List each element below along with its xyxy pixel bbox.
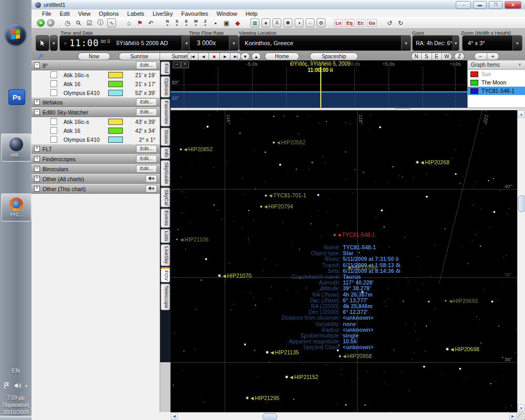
scroll-right-arrow[interactable]: ▶	[509, 413, 517, 420]
pin-toolbar-icon[interactable]	[37, 53, 44, 60]
photoshop-quicklaunch[interactable]: Ps	[8, 89, 25, 105]
zoom-out-button[interactable]: −	[475, 53, 487, 60]
menu-view[interactable]: View	[74, 10, 95, 17]
color-swatch[interactable]	[108, 81, 123, 87]
checkbox[interactable]	[50, 136, 57, 143]
start-button[interactable]	[5, 24, 26, 45]
menu-edit[interactable]: Edit	[56, 10, 74, 17]
expand-icon[interactable]: +	[34, 166, 40, 172]
star-hip21070[interactable]	[218, 275, 220, 277]
fov-group-1[interactable]: +tilefakosEdit...	[32, 97, 160, 107]
altitude-down-button[interactable]: ▾	[240, 52, 250, 60]
edit-button[interactable]: Edit...	[136, 165, 157, 173]
cursor-tool-dropdown[interactable]: ▼	[50, 35, 58, 51]
tab-status[interactable]: Status	[161, 128, 170, 146]
gaze-s-button[interactable]: S	[421, 53, 431, 60]
settings-gear-icon[interactable]: ✱	[284, 18, 292, 27]
flag-icon[interactable]: ⚑	[135, 18, 144, 27]
fov-group-4[interactable]: +FinderscopesEdit...	[32, 154, 160, 164]
color-swatch[interactable]	[108, 128, 123, 134]
gaze-w-button[interactable]: W	[442, 53, 452, 60]
night-theme-icon[interactable]: ♠	[261, 18, 270, 27]
minimize-button[interactable]: ▬	[473, 1, 487, 9]
fov-row-0-0[interactable]: Atik 16ic-s21' x 19'	[32, 70, 160, 79]
star-label-hip20268[interactable]: ◄HIP20268	[419, 159, 449, 165]
star-label-hip20852[interactable]: ◄HIP20852	[183, 146, 213, 152]
star-label-hip20562[interactable]: ◄HIP20562	[276, 139, 306, 145]
zoom-value[interactable]: 4° x 3°	[468, 40, 485, 46]
face-east-icon[interactable]: E▲	[183, 18, 190, 27]
local-grid-button[interactable]: Lo	[334, 19, 343, 27]
face-south-icon[interactable]: S▲	[173, 18, 181, 27]
search-icon[interactable]: ⚲	[72, 16, 85, 29]
equatorial-grid-button[interactable]: Eq	[345, 19, 354, 27]
location-display[interactable]: Korinthos, Greece ▼	[239, 35, 411, 51]
home-button[interactable]: Home	[265, 52, 299, 60]
scroll-left-arrow[interactable]: ◀	[171, 413, 178, 420]
star-label-hip21152[interactable]: ◄HIP21152	[289, 374, 318, 380]
checkbox[interactable]	[50, 89, 57, 96]
taskbar-clock[interactable]: 7:19 μμ Παρασκευή 30/10/2009	[0, 394, 32, 416]
star-label-hip20958[interactable]: ◄HIP20958	[342, 353, 372, 359]
time-value[interactable]: 11:00	[69, 38, 99, 48]
star-label-hip21056[interactable]: ◄HIP21056	[346, 264, 376, 270]
language-indicator[interactable]: EN	[0, 368, 32, 374]
graph-zoom-out-button[interactable]: −	[173, 61, 181, 68]
sunrise-button[interactable]: Sunrise	[119, 53, 160, 60]
taskbar-task-firefox[interactable]: TYC...	[1, 193, 32, 222]
edit-button[interactable]: Edit...	[136, 145, 157, 153]
collapse-icon[interactable]: −	[34, 62, 40, 68]
fov-group-6[interactable]: +Other (All charts)✱▾	[32, 174, 160, 184]
checkbox[interactable]	[50, 127, 57, 134]
taskbar-task-starrynight[interactable]: unti...	[1, 133, 32, 162]
fov-group-2[interactable]: −Ed80 Sky-WatcherEdit...	[32, 107, 160, 117]
resize-grip[interactable]	[517, 412, 525, 420]
color-swatch[interactable]	[108, 90, 123, 96]
scroll-down-arrow[interactable]: ▼	[518, 404, 525, 412]
close-button[interactable]: ✕	[505, 1, 521, 9]
tab-favourites[interactable]: Favourites	[161, 99, 170, 126]
fullscreen-icon[interactable]: ▪	[211, 18, 220, 27]
date-value[interactable]: ÍïÝìâñéïò 5 2009 AD	[116, 40, 167, 46]
edit-button[interactable]: Edit...	[136, 98, 157, 106]
status-graph-icon[interactable]: ∿	[107, 18, 116, 27]
volume-icon[interactable]	[14, 382, 22, 389]
galactic-grid-button[interactable]: Ga	[368, 19, 377, 27]
star-hip21152[interactable]	[286, 376, 288, 378]
legend-item-sun[interactable]: Sun	[468, 70, 525, 78]
zoom-in-button[interactable]: +	[487, 53, 499, 60]
fov-row-2-2[interactable]: Olympus E4102° x 1°	[32, 135, 160, 144]
menu-file[interactable]: File	[38, 10, 56, 17]
forward-icon[interactable]: ►	[47, 19, 55, 27]
face-zenith-icon[interactable]: Z▲	[202, 18, 209, 27]
fov-group-0[interactable]: −8°Edit...	[32, 60, 160, 70]
tab-find[interactable]: Find	[161, 61, 170, 75]
flow-dropdown[interactable]: ▼	[229, 36, 238, 50]
legend-item-the-moon[interactable]: The Moon	[468, 78, 525, 87]
play-forward-button[interactable]: ▶	[219, 53, 230, 60]
tab-events[interactable]: Events	[161, 208, 170, 228]
fov-group-5[interactable]: +BinocularsEdit...	[32, 164, 160, 174]
action-center-flag-icon[interactable]	[4, 382, 10, 389]
ecliptic-grid-button[interactable]: Ec	[356, 19, 365, 27]
scroll-up-arrow[interactable]: ▲	[518, 110, 525, 118]
legend-item-tyc81-548-1[interactable]: TYC81-548-1	[468, 87, 525, 95]
tab-fov[interactable]: FOV	[161, 267, 170, 283]
fov-group-3[interactable]: +FLTEdit...	[32, 144, 160, 154]
star-hip20268[interactable]	[416, 161, 418, 163]
fov-row-0-2[interactable]: Olympus E41052' x 39'	[32, 88, 160, 97]
gaze-value[interactable]: RA: 4h Dec: 6°	[416, 40, 453, 46]
fov-row-0-1[interactable]: Atik 1621' x 17'	[32, 79, 160, 88]
fov-group-7[interactable]: +Other (This chart)✱▾	[32, 184, 160, 194]
gaze-display[interactable]: RA: 4h Dec: 6° ▼	[412, 35, 459, 51]
flow-value[interactable]: 3 000x	[197, 39, 216, 47]
tab-skycal[interactable]: SkyCal	[161, 187, 170, 207]
star-hip20562[interactable]	[273, 142, 275, 143]
star-tyc81-701-1[interactable]	[265, 195, 267, 196]
daylight-toggle-icon[interactable]: ◑	[295, 18, 303, 27]
expand-icon[interactable]: +	[34, 176, 40, 182]
collapse-icon[interactable]: −	[34, 109, 40, 115]
red-diamond-icon[interactable]: ◆	[233, 18, 242, 27]
star-chart[interactable]: Name:TYC81-548-1Object type:StarRises:5/…	[171, 110, 517, 412]
play-back-button[interactable]: ◀	[198, 53, 209, 60]
